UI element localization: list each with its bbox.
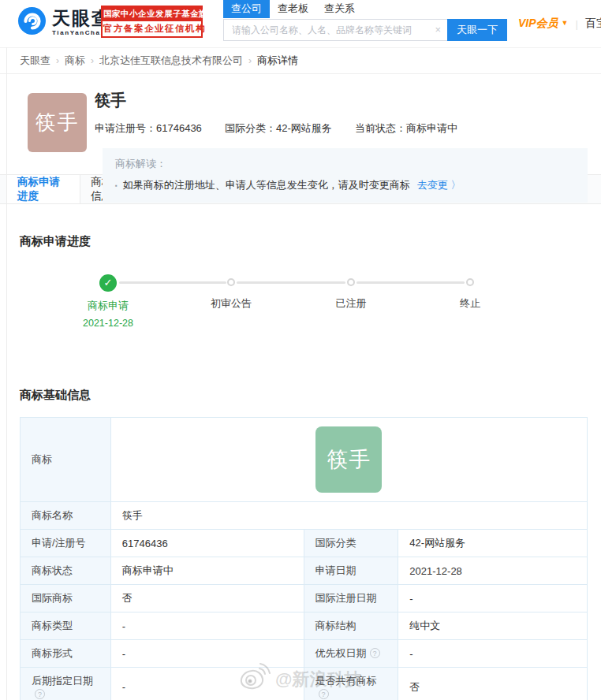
row-value: - [398,585,588,612]
label-text: 后期指定日期 [32,675,93,687]
row-label: 申请日期 [304,557,398,585]
row-label: 商标状态 [21,557,111,585]
search-button[interactable]: 天眼一下 [447,19,507,41]
badge-line1: 国家中小企业发展子基金旗下 [103,7,201,21]
interpretation-text: 如果商标的注册地址、申请人等信息发生变化，请及时变更商标 [123,178,410,192]
help-icon[interactable]: ? [370,648,380,658]
link-label: 去变更 [417,179,448,191]
search-tab-boss[interactable]: 查老板 [270,0,316,18]
row-label: 国际商标 [21,585,111,612]
basic-info-section: 商标基础信息 商标 筷手 商标名称 筷手 申请/注册号 61746436 国际分… [0,388,601,700]
step-application: ✓ 商标申请 2021-12-28 [53,274,163,329]
table-row: 商标形式 - 优先权日期? - [21,640,588,668]
row-value: - [110,612,304,640]
row-label: 申请/注册号 [21,530,111,557]
row-label: 后期指定日期? [21,668,111,700]
row-label: 商标 [21,418,111,502]
tianyancha-logo-icon [17,6,47,39]
vip-menu[interactable]: VIP会员 ▼ [518,17,568,31]
breadcrumb-home[interactable]: 天眼查 [20,54,50,68]
header-right-link[interactable]: 百宝 [585,17,601,31]
breadcrumb-trademark[interactable]: 商标 [65,54,85,68]
breadcrumb-company[interactable]: 北京达佳互联信息技术有限公司 [99,54,243,68]
vip-label: VIP会员 [518,17,558,29]
progress-section-title: 商标申请进度 [20,234,588,249]
step-terminated: 终止 [415,274,525,311]
field-label: 申请注册号： [95,122,156,134]
row-value: - [110,640,304,668]
check-icon: ✓ [99,274,117,292]
field-value: 61746436 [156,122,202,134]
breadcrumb-separator: › [56,55,59,66]
gov-certification-badge: 国家中小企业发展子基金旗下 官方备案企业征信机构 [101,6,203,38]
step-dot-icon [227,278,235,286]
clear-icon[interactable]: × [435,24,441,35]
table-row: 商标类型 - 商标结构 纯中文 [21,612,588,640]
row-value: 商标申请中 [110,557,304,585]
row-value: 61746436 [110,530,304,557]
search-tabs: 查公司 查老板 查关系 [223,0,507,18]
search-input[interactable] [223,19,447,41]
tab-application-progress[interactable]: 商标申请进度 [6,175,80,203]
search-tab-relation[interactable]: 查关系 [316,0,363,18]
basic-info-table: 商标 筷手 商标名称 筷手 申请/注册号 61746436 国际分类 42-网站… [20,417,588,700]
table-row: 商标名称 筷手 [21,502,588,530]
row-label: 商标结构 [304,612,398,640]
row-value: - [398,640,588,668]
step-registered: 已注册 [296,274,406,311]
search-input-wrap: × [223,19,447,41]
top-header: 天眼查 TianYanCha.com 国家中小企业发展子基金旗下 官方备案企业征… [0,0,601,47]
link-arrow-icon: 〉 [450,179,461,191]
field-value: 42-网站服务 [276,122,332,134]
step-dot-icon [466,278,474,286]
chevron-down-icon: ▼ [561,19,568,27]
row-label: 商标类型 [21,612,111,640]
table-row: 国际商标 否 国际注册日期 - [21,585,588,612]
trademark-hero: 筷手 筷手 申请注册号：61746436 国际分类：42-网站服务 当前状态：商… [0,74,601,165]
help-icon[interactable]: ? [35,689,45,699]
search-block: 查公司 查老板 查关系 × 天眼一下 [223,0,507,41]
field-current-status: 当前状态：商标申请中 [355,121,457,136]
help-icon[interactable]: ? [319,689,329,699]
trademark-interpretation-box: 商标解读： ▪ 如果商标的注册地址、申请人等信息发生变化，请及时变更商标 去变更… [103,148,588,203]
table-row: 商标 筷手 [21,418,588,502]
search-tab-company[interactable]: 查公司 [223,0,270,18]
field-value: 商标申请中 [406,122,457,134]
interpretation-title: 商标解读： [115,157,575,171]
step-label: 初审公告 [176,296,286,311]
breadcrumb-separator: › [248,55,252,66]
hero-fields: 申请注册号：61746436 国际分类：42-网站服务 当前状态：商标申请中 [95,121,588,136]
field-label: 当前状态： [355,122,406,134]
trademark-image: 筷手 [315,426,382,493]
trademark-image-cell: 筷手 [110,418,587,502]
field-intl-class: 国际分类：42-网站服务 [225,121,355,136]
row-value: 纯中文 [398,612,588,640]
row-value: - [110,668,304,700]
breadcrumb-separator: › [91,55,94,66]
field-label: 国际分类： [225,122,276,134]
step-label: 商标申请 [53,299,163,313]
step-label: 已注册 [296,296,406,311]
header-right: VIP会员 ▼ | 百宝 [518,17,601,31]
row-value: 否 [110,585,304,612]
search-row: × 天眼一下 [223,19,507,41]
table-row: 后期指定日期? - 是否共有商标? 否 [21,668,588,700]
row-label: 商标形式 [21,640,111,668]
breadcrumb: 天眼查 › 商标 › 北京达佳互联信息技术有限公司 › 商标详情 [0,47,601,74]
label-text: 优先权日期 [315,647,367,659]
row-value: 2021-12-28 [398,557,588,585]
badge-line2: 官方备案企业征信机构 [103,21,201,36]
step-preliminary-gazette: 初审公告 [176,274,286,311]
table-row: 商标状态 商标申请中 申请日期 2021-12-28 [21,557,588,585]
row-label: 是否共有商标? [304,668,398,700]
step-dot-icon [347,278,355,286]
table-row: 申请/注册号 61746436 国际分类 42-网站服务 [21,530,588,557]
step-label: 终止 [415,296,525,311]
interpretation-tip: ▪ 如果商标的注册地址、申请人等信息发生变化，请及时变更商标 去变更 〉 [115,178,575,192]
change-trademark-link[interactable]: 去变更 〉 [417,178,461,192]
bullet-icon: ▪ [115,182,118,189]
field-registration-no: 申请注册号：61746436 [95,121,225,136]
row-label: 优先权日期? [304,640,398,668]
breadcrumb-current: 商标详情 [257,54,298,68]
progress-section: 商标申请进度 ✓ 商标申请 2021-12-28 初审公告 已注册 终止 [0,234,601,359]
